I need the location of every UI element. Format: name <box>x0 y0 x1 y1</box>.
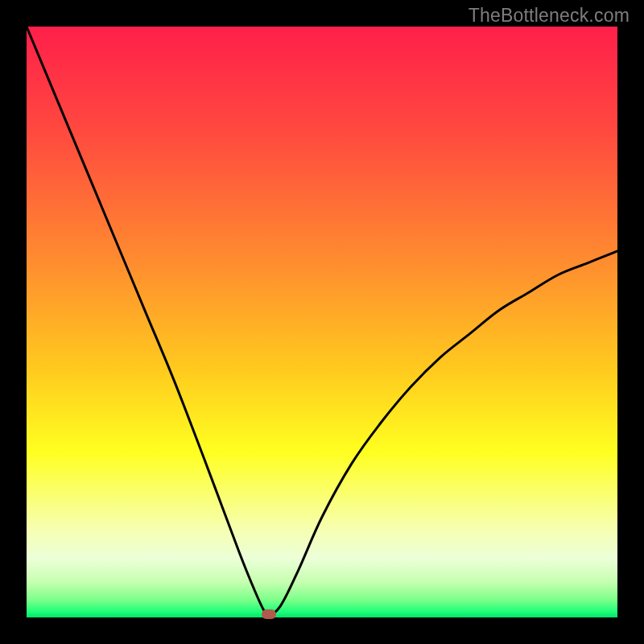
watermark-text: TheBottleneck.com <box>469 5 630 27</box>
chart-frame: TheBottleneck.com <box>0 0 644 644</box>
minimum-marker <box>262 609 276 619</box>
plot-area <box>27 27 617 617</box>
curve-svg <box>27 27 617 617</box>
bottleneck-curve <box>27 27 617 615</box>
